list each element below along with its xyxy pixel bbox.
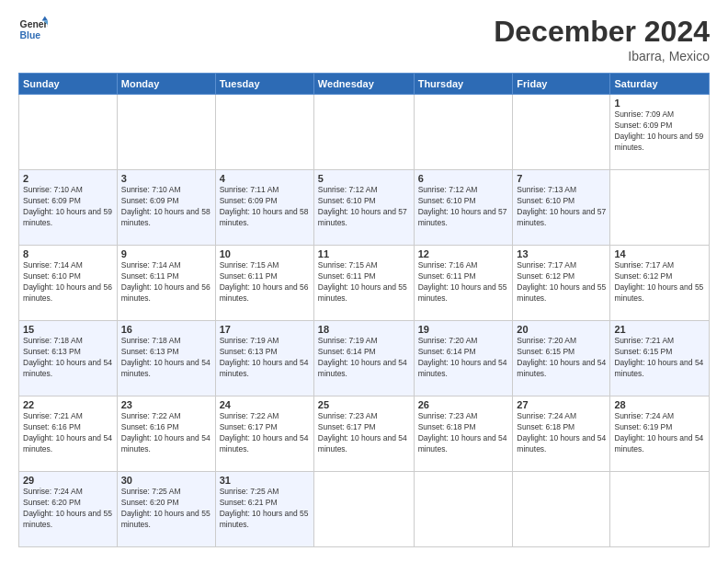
day-number: 14 [614,248,705,259]
table-row [313,472,414,547]
day-number: 25 [318,399,410,410]
location: Ibarra, Mexico [494,49,710,63]
day-info: Sunrise: 7:14 AMSunset: 6:10 PMDaylight:… [23,260,113,304]
day-info: Sunrise: 7:18 AMSunset: 6:13 PMDaylight:… [23,336,113,380]
day-info: Sunrise: 7:17 AMSunset: 6:12 PMDaylight:… [517,260,606,304]
col-monday: Monday [117,74,215,95]
day-number: 23 [121,399,211,410]
day-info: Sunrise: 7:25 AMSunset: 6:20 PMDaylight:… [121,487,211,531]
calendar-body: 1Sunrise: 7:09 AMSunset: 6:09 PMDaylight… [19,95,710,547]
day-number: 3 [121,173,211,184]
day-number: 28 [614,399,705,410]
day-info: Sunrise: 7:14 AMSunset: 6:11 PMDaylight:… [121,260,211,304]
day-number: 4 [220,173,310,184]
table-row: 1Sunrise: 7:09 AMSunset: 6:09 PMDaylight… [610,95,710,170]
table-row: 14Sunrise: 7:17 AMSunset: 6:12 PMDayligh… [610,246,710,321]
day-number: 29 [23,475,113,486]
day-number: 22 [23,399,113,410]
day-info: Sunrise: 7:23 AMSunset: 6:17 PMDaylight:… [318,411,410,455]
day-info: Sunrise: 7:23 AMSunset: 6:18 PMDaylight:… [418,411,509,455]
logo: General Blue [18,15,48,44]
table-row: 2Sunrise: 7:10 AMSunset: 6:09 PMDaylight… [19,170,118,246]
day-info: Sunrise: 7:18 AMSunset: 6:13 PMDaylight:… [121,336,211,380]
table-row: 22Sunrise: 7:21 AMSunset: 6:16 PMDayligh… [19,396,118,472]
day-info: Sunrise: 7:13 AMSunset: 6:10 PMDaylight:… [517,185,606,229]
day-info: Sunrise: 7:16 AMSunset: 6:11 PMDaylight:… [418,260,509,304]
week-row-4: 15Sunrise: 7:18 AMSunset: 6:13 PMDayligh… [19,321,710,396]
day-info: Sunrise: 7:20 AMSunset: 6:15 PMDaylight:… [517,336,606,380]
day-number: 24 [220,399,310,410]
title-block: December 2024 Ibarra, Mexico [494,15,710,63]
table-row [215,95,313,170]
table-row: 21Sunrise: 7:21 AMSunset: 6:15 PMDayligh… [610,321,710,396]
table-row: 15Sunrise: 7:18 AMSunset: 6:13 PMDayligh… [19,321,118,396]
day-info: Sunrise: 7:21 AMSunset: 6:16 PMDaylight:… [23,411,113,455]
day-number: 7 [517,173,606,184]
table-row [610,170,710,246]
day-info: Sunrise: 7:11 AMSunset: 6:09 PMDaylight:… [220,185,310,229]
table-row [513,472,610,547]
table-row: 13Sunrise: 7:17 AMSunset: 6:12 PMDayligh… [513,246,610,321]
table-row: 19Sunrise: 7:20 AMSunset: 6:14 PMDayligh… [414,321,513,396]
table-row [19,95,118,170]
day-info: Sunrise: 7:22 AMSunset: 6:17 PMDaylight:… [220,411,310,455]
table-row [610,472,710,547]
table-row: 29Sunrise: 7:24 AMSunset: 6:20 PMDayligh… [19,472,118,547]
table-row: 11Sunrise: 7:15 AMSunset: 6:11 PMDayligh… [313,246,414,321]
week-row-2: 2Sunrise: 7:10 AMSunset: 6:09 PMDaylight… [19,170,710,246]
table-row: 16Sunrise: 7:18 AMSunset: 6:13 PMDayligh… [117,321,215,396]
day-info: Sunrise: 7:15 AMSunset: 6:11 PMDaylight:… [220,260,310,304]
table-row: 31Sunrise: 7:25 AMSunset: 6:21 PMDayligh… [215,472,313,547]
table-row: 17Sunrise: 7:19 AMSunset: 6:13 PMDayligh… [215,321,313,396]
day-number: 9 [121,248,211,259]
table-row: 20Sunrise: 7:20 AMSunset: 6:15 PMDayligh… [513,321,610,396]
day-info: Sunrise: 7:24 AMSunset: 6:18 PMDaylight:… [517,411,606,455]
col-saturday: Saturday [610,74,710,95]
day-number: 16 [121,324,211,335]
table-row: 9Sunrise: 7:14 AMSunset: 6:11 PMDaylight… [117,246,215,321]
col-wednesday: Wednesday [313,74,414,95]
day-number: 17 [220,324,310,335]
week-row-3: 8Sunrise: 7:14 AMSunset: 6:10 PMDaylight… [19,246,710,321]
header-row: Sunday Monday Tuesday Wednesday Thursday… [19,74,710,95]
svg-text:General: General [20,19,48,29]
table-row: 4Sunrise: 7:11 AMSunset: 6:09 PMDaylight… [215,170,313,246]
table-row [414,95,513,170]
day-info: Sunrise: 7:22 AMSunset: 6:16 PMDaylight:… [121,411,211,455]
table-row [117,95,215,170]
day-info: Sunrise: 7:19 AMSunset: 6:13 PMDaylight:… [220,336,310,380]
table-row [313,95,414,170]
day-info: Sunrise: 7:25 AMSunset: 6:21 PMDaylight:… [220,487,310,531]
day-info: Sunrise: 7:20 AMSunset: 6:14 PMDaylight:… [418,336,509,380]
table-row: 8Sunrise: 7:14 AMSunset: 6:10 PMDaylight… [19,246,118,321]
day-number: 21 [614,324,705,335]
day-info: Sunrise: 7:19 AMSunset: 6:14 PMDaylight:… [318,336,410,380]
day-number: 12 [418,248,509,259]
table-row [414,472,513,547]
table-row: 26Sunrise: 7:23 AMSunset: 6:18 PMDayligh… [414,396,513,472]
calendar-table: Sunday Monday Tuesday Wednesday Thursday… [18,73,710,547]
table-row: 6Sunrise: 7:12 AMSunset: 6:10 PMDaylight… [414,170,513,246]
day-number: 1 [614,98,705,109]
day-number: 8 [23,248,113,259]
day-number: 27 [517,399,606,410]
day-info: Sunrise: 7:15 AMSunset: 6:11 PMDaylight:… [318,260,410,304]
week-row-5: 22Sunrise: 7:21 AMSunset: 6:16 PMDayligh… [19,396,710,472]
week-row-1: 1Sunrise: 7:09 AMSunset: 6:09 PMDaylight… [19,95,710,170]
day-info: Sunrise: 7:10 AMSunset: 6:09 PMDaylight:… [23,185,113,229]
day-number: 13 [517,248,606,259]
calendar-header: Sunday Monday Tuesday Wednesday Thursday… [19,74,710,95]
day-number: 31 [220,475,310,486]
page: General Blue December 2024 Ibarra, Mexic… [0,0,728,563]
table-row: 5Sunrise: 7:12 AMSunset: 6:10 PMDaylight… [313,170,414,246]
svg-marker-2 [42,17,48,21]
day-info: Sunrise: 7:12 AMSunset: 6:10 PMDaylight:… [318,185,410,229]
day-info: Sunrise: 7:12 AMSunset: 6:10 PMDaylight:… [418,185,509,229]
month-title: December 2024 [494,15,710,49]
table-row: 28Sunrise: 7:24 AMSunset: 6:19 PMDayligh… [610,396,710,472]
day-info: Sunrise: 7:24 AMSunset: 6:19 PMDaylight:… [614,411,705,455]
week-row-6: 29Sunrise: 7:24 AMSunset: 6:20 PMDayligh… [19,472,710,547]
day-number: 30 [121,475,211,486]
header: General Blue December 2024 Ibarra, Mexic… [18,15,710,63]
day-number: 2 [23,173,113,184]
